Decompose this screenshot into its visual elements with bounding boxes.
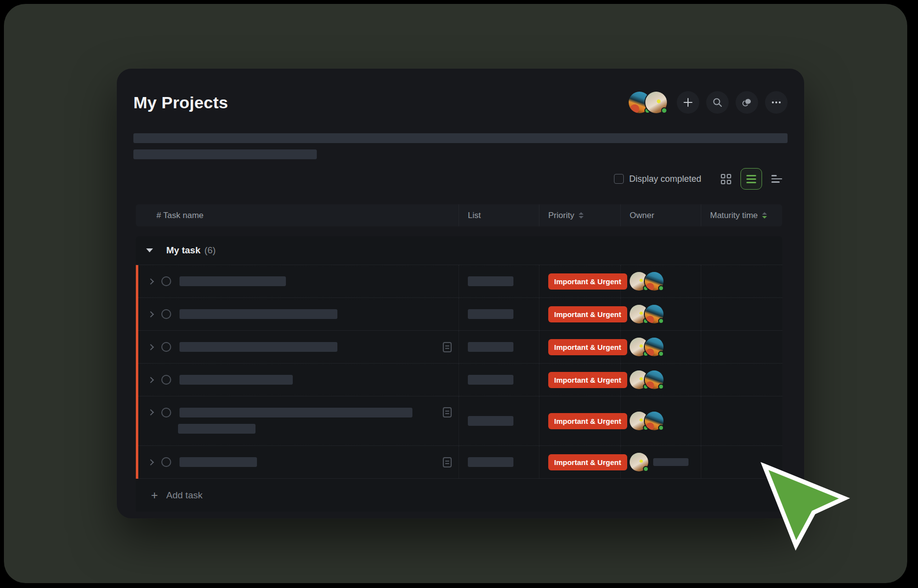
group-row-my-task[interactable]: My task (6) — [136, 236, 782, 265]
owner-avatar-anime — [645, 272, 663, 291]
grid-view-button[interactable] — [715, 168, 737, 190]
table-header: # Task name List Priority Owner Maturity… — [136, 204, 782, 226]
priority-badge[interactable]: Important & Urgent — [548, 339, 627, 355]
online-dot — [658, 425, 664, 431]
search-button[interactable] — [706, 91, 729, 114]
task-status-circle[interactable] — [161, 457, 171, 467]
collapse-triangle-icon[interactable] — [146, 248, 153, 252]
online-dot — [658, 384, 664, 390]
task-row[interactable]: Important & Urgent — [136, 265, 782, 298]
online-dot — [661, 107, 667, 114]
priority-badge[interactable]: Important & Urgent — [548, 306, 627, 322]
add-task-label: Add task — [166, 490, 203, 501]
owner-avatar-baby — [630, 453, 648, 471]
plus-icon — [683, 97, 693, 108]
chevron-right-icon[interactable] — [148, 311, 154, 318]
task-row[interactable]: Important & Urgent — [136, 396, 782, 446]
grid-view-icon — [721, 174, 731, 184]
sort-arrows-icon[interactable] — [762, 212, 767, 219]
display-completed-checkbox[interactable] — [614, 174, 624, 184]
avatar-baby[interactable] — [645, 92, 667, 113]
note-icon — [443, 407, 452, 417]
task-status-circle[interactable] — [161, 408, 171, 417]
member-avatars[interactable] — [629, 92, 667, 113]
list-placeholder — [468, 342, 513, 352]
view-toggle-group — [715, 168, 788, 190]
table-body: My task (6) Important & Urgent Imp — [136, 236, 782, 512]
task-rows: Important & Urgent Important & Urgent — [136, 265, 782, 479]
task-row[interactable]: Important & Urgent — [136, 364, 782, 396]
add-button[interactable] — [677, 91, 699, 114]
owner-avatar-anime — [645, 338, 663, 356]
chevron-right-icon[interactable] — [148, 409, 154, 416]
add-task-button[interactable]: + Add task — [136, 479, 782, 512]
priority-badge[interactable]: Important & Urgent — [548, 273, 627, 290]
note-icon — [443, 457, 452, 467]
task-row[interactable]: Important & Urgent — [136, 331, 782, 364]
column-header-owner: Owner — [621, 204, 701, 226]
description-placeholder-line-2 — [133, 149, 317, 159]
description-placeholder-line-1 — [133, 133, 788, 143]
task-name-placeholder-line-2 — [178, 424, 255, 434]
task-row[interactable]: Important & Urgent — [136, 298, 782, 331]
chevron-right-icon[interactable] — [148, 459, 154, 466]
more-button[interactable] — [765, 91, 788, 114]
sort-lines-icon — [771, 175, 782, 183]
list-placeholder — [468, 457, 513, 467]
green-cursor-arrow — [758, 459, 856, 557]
maturity-cell-empty — [701, 331, 782, 363]
maturity-cell-empty — [701, 298, 782, 330]
window-header: My Projects — [133, 91, 788, 114]
task-status-circle[interactable] — [161, 276, 171, 286]
task-status-circle[interactable] — [161, 309, 171, 319]
ellipsis-icon — [770, 97, 782, 108]
list-placeholder — [468, 416, 513, 426]
task-name-placeholder — [179, 457, 257, 467]
display-completed-label: Display completed — [629, 174, 701, 184]
owner-avatar-anime — [645, 370, 663, 389]
search-icon — [712, 97, 723, 108]
task-row[interactable]: Important & Urgent — [136, 446, 782, 479]
chat-button[interactable] — [736, 91, 758, 114]
task-name-placeholder — [179, 276, 286, 286]
online-dot — [658, 318, 664, 324]
priority-badge[interactable]: Important & Urgent — [548, 413, 627, 429]
page-title: My Projects — [133, 93, 228, 112]
maturity-cell-empty — [701, 396, 782, 445]
task-status-circle[interactable] — [161, 342, 171, 352]
list-controls: Display completed — [133, 168, 788, 190]
chevron-right-icon[interactable] — [148, 278, 154, 285]
list-view-icon — [746, 175, 756, 183]
column-header-priority[interactable]: Priority — [539, 204, 621, 226]
priority-badge[interactable]: Important & Urgent — [548, 454, 627, 470]
desktop-backdrop: My Projects — [4, 4, 907, 583]
maturity-cell-empty — [701, 265, 782, 297]
column-header-maturity-time[interactable]: Maturity time — [701, 204, 782, 226]
plus-icon: + — [151, 490, 158, 501]
note-icon — [443, 342, 452, 352]
tasks-table: # Task name List Priority Owner Maturity… — [136, 204, 782, 512]
task-name-placeholder — [179, 309, 337, 319]
priority-badge[interactable]: Important & Urgent — [548, 372, 627, 388]
list-placeholder — [468, 309, 513, 319]
chevron-right-icon[interactable] — [148, 344, 154, 350]
list-placeholder — [468, 375, 513, 385]
chevron-right-icon[interactable] — [148, 377, 154, 383]
column-header-task-name: # Task name — [136, 204, 459, 226]
chat-bubble-icon — [741, 97, 753, 108]
online-dot — [658, 351, 664, 357]
task-status-circle[interactable] — [161, 375, 171, 385]
task-name-placeholder — [179, 342, 337, 352]
list-placeholder — [468, 276, 513, 286]
online-dot — [643, 466, 649, 472]
column-header-list: List — [459, 204, 539, 226]
group-label: My task — [166, 245, 201, 256]
sort-arrows-icon[interactable] — [579, 212, 584, 219]
task-name-placeholder — [179, 408, 412, 417]
owner-name-placeholder — [653, 458, 688, 466]
owner-avatar-anime — [645, 412, 663, 430]
sort-view-button[interactable] — [766, 168, 788, 190]
owner-avatar-anime — [645, 305, 663, 323]
list-view-button[interactable] — [740, 168, 762, 190]
task-name-placeholder — [179, 375, 293, 385]
